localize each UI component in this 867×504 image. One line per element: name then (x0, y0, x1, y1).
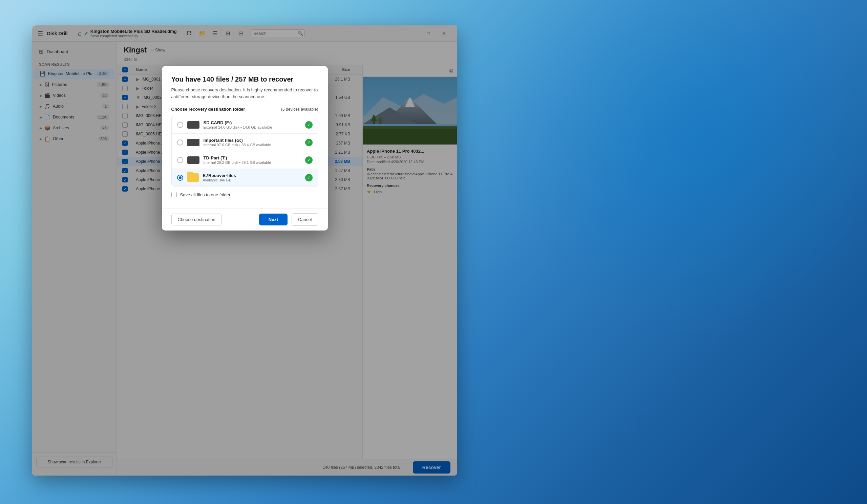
drive-icon-important (187, 139, 200, 146)
modal-section-title: Choose recovery destination folder (171, 107, 245, 112)
modal-footer: Choose destination Next Cancel (162, 208, 328, 230)
td-part-info: TD-Part (T:) Internal 29.2 GB disk • 29.… (204, 155, 301, 164)
e-recover-radio[interactable] (177, 175, 183, 181)
save-one-folder-label: Save all files to one folder (180, 192, 231, 197)
device-option-td-part[interactable]: TD-Part (T:) Internal 29.2 GB disk • 29.… (172, 151, 318, 169)
modal-overlay: You have 140 files / 257 MB to recover P… (32, 25, 457, 475)
important-detail: Internal 97.6 GB disk • 38.4 GB availabl… (204, 143, 301, 147)
next-button[interactable]: Next (259, 213, 288, 226)
important-name: Important files (G:) (204, 138, 301, 143)
td-part-radio[interactable] (177, 157, 183, 163)
sd-card-status: ✓ (305, 121, 313, 129)
devices-available-count: (6 devices available) (281, 107, 318, 112)
device-option-important[interactable]: Important files (G:) Internal 97.6 GB di… (172, 134, 318, 151)
drive-icon-sd (187, 121, 200, 129)
modal-description: Please choose recovery destination. It i… (171, 87, 318, 100)
choose-destination-button[interactable]: Choose destination (171, 213, 222, 226)
save-one-folder-checkbox[interactable] (171, 192, 177, 197)
folder-icon-e-recover (187, 173, 199, 182)
e-recover-detail: Available 346 GB (203, 178, 301, 182)
e-recover-status: ✓ (305, 174, 313, 182)
sd-card-info: SD CARD (F:) External 14.6 GB disk • 14.… (204, 120, 301, 129)
device-option-e-recover[interactable]: E:\Recover-files Available 346 GB ✓ (172, 169, 318, 186)
important-status: ✓ (305, 139, 313, 146)
sd-card-radio[interactable] (177, 122, 183, 128)
td-part-detail: Internal 29.2 GB disk • 29.1 GB availabl… (204, 161, 301, 164)
sd-card-name: SD CARD (F:) (204, 120, 301, 125)
e-recover-name: E:\Recover-files (203, 173, 301, 178)
save-one-folder-row: Save all files to one folder (171, 186, 318, 200)
td-part-status: ✓ (305, 156, 313, 164)
important-radio[interactable] (177, 140, 183, 145)
modal-title: You have 140 files / 257 MB to recover (171, 76, 318, 83)
td-part-name: TD-Part (T:) (204, 155, 301, 161)
drive-icon-td (187, 156, 200, 164)
cancel-button[interactable]: Cancel (292, 213, 318, 226)
device-option-sd-card[interactable]: SD CARD (F:) External 14.6 GB disk • 14.… (172, 116, 318, 134)
e-recover-info: E:\Recover-files Available 346 GB (203, 173, 301, 182)
sd-card-detail: External 14.6 GB disk • 14.6 GB availabl… (204, 125, 301, 129)
important-info: Important files (G:) Internal 97.6 GB di… (204, 138, 301, 147)
device-list: SD CARD (F:) External 14.6 GB disk • 14.… (171, 116, 318, 186)
app-window: ☰ Disk Drill ⌂ ✔ Kingston MobileLite Plu… (32, 25, 457, 475)
recovery-destination-modal: You have 140 files / 257 MB to recover P… (162, 66, 328, 230)
